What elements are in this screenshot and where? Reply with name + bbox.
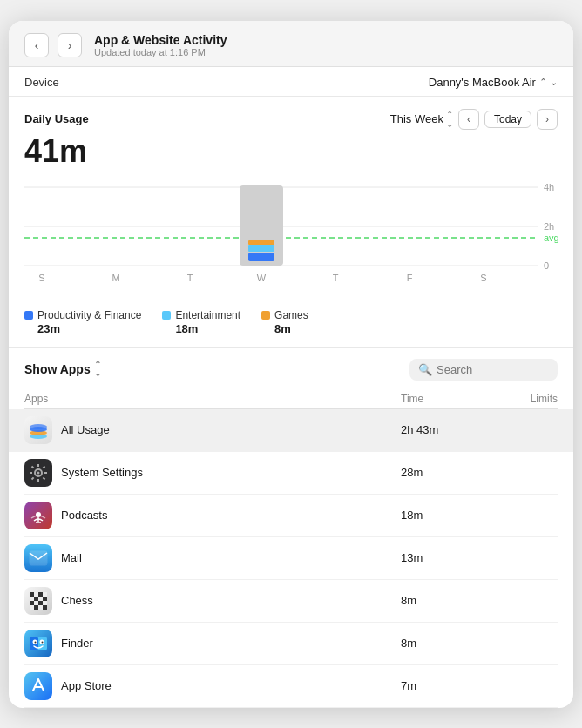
svg-point-24 xyxy=(37,471,40,474)
svg-text:S: S xyxy=(480,273,486,283)
podcasts-icon xyxy=(24,502,52,529)
svg-rect-49 xyxy=(30,605,34,610)
next-week-button[interactable]: › xyxy=(537,109,558,130)
svg-line-31 xyxy=(43,466,44,468)
svg-text:0: 0 xyxy=(544,260,549,271)
app-time-finder: 8m xyxy=(401,637,488,650)
window-subtitle: Updated today at 1:16 PM xyxy=(94,47,227,57)
week-selector[interactable]: This Week ⌃⌄ xyxy=(390,110,453,129)
col-time: Time xyxy=(401,393,488,405)
svg-rect-50 xyxy=(34,605,38,610)
show-apps-label: Show Apps xyxy=(24,362,91,376)
entertainment-legend-time: 18m xyxy=(162,322,240,335)
svg-rect-9 xyxy=(248,253,274,261)
search-box[interactable]: 🔍 xyxy=(409,359,558,381)
app-cell-system-settings: System Settings xyxy=(24,459,401,487)
svg-rect-38 xyxy=(34,592,38,597)
search-icon: 🔍 xyxy=(418,363,432,376)
app-cell-app-store: App Store xyxy=(24,672,401,700)
svg-text:T: T xyxy=(187,273,193,283)
prev-week-button[interactable]: ‹ xyxy=(458,109,479,130)
svg-line-29 xyxy=(32,466,34,468)
usage-section: Daily Usage This Week ⌃⌄ ‹ Today › 41m 4… xyxy=(9,97,573,348)
svg-text:2h: 2h xyxy=(544,221,554,232)
svg-text:S: S xyxy=(38,273,44,283)
usage-header: Daily Usage This Week ⌃⌄ ‹ Today › xyxy=(24,109,558,130)
svg-rect-43 xyxy=(38,597,43,601)
today-button[interactable]: Today xyxy=(484,111,531,128)
svg-rect-36 xyxy=(30,551,47,565)
svg-point-33 xyxy=(36,512,41,517)
svg-text:W: W xyxy=(257,273,267,283)
svg-rect-52 xyxy=(43,605,47,610)
table-row[interactable]: Chess 8m xyxy=(24,580,558,623)
app-time-app-store: 7m xyxy=(401,679,488,692)
table-row[interactable]: System Settings 28m xyxy=(24,452,558,495)
svg-rect-44 xyxy=(43,597,47,601)
productivity-legend-name: Productivity & Finance xyxy=(37,309,141,321)
finder-icon xyxy=(24,630,52,657)
svg-rect-51 xyxy=(38,605,43,610)
entertainment-legend-dot xyxy=(162,311,171,320)
productivity-legend-time: 23m xyxy=(24,322,141,335)
svg-text:T: T xyxy=(333,273,339,283)
entertainment-legend-name: Entertainment xyxy=(175,309,240,321)
title-block: App & Website Activity Updated today at … xyxy=(94,33,227,57)
svg-text:avg: avg xyxy=(544,233,558,243)
show-apps-button[interactable]: Show Apps ⌃⌄ xyxy=(24,361,101,378)
app-store-icon xyxy=(24,672,52,700)
svg-text:4h: 4h xyxy=(544,182,554,192)
forward-button[interactable]: › xyxy=(58,33,82,57)
games-legend-name: Games xyxy=(274,309,308,321)
app-cell-chess: Chess xyxy=(24,587,401,615)
table-row[interactable]: All Usage 2h 43m xyxy=(9,409,573,452)
app-time-podcasts: 18m xyxy=(401,509,488,522)
app-cell-podcasts: Podcasts xyxy=(24,502,401,529)
table-row[interactable]: Mail 13m xyxy=(24,537,558,580)
col-apps: Apps xyxy=(24,393,401,405)
svg-rect-41 xyxy=(30,597,34,601)
usage-title: Daily Usage xyxy=(24,112,89,125)
back-button[interactable]: ‹ xyxy=(24,33,49,57)
chess-icon xyxy=(24,587,52,615)
apps-section: Show Apps ⌃⌄ 🔍 Apps Time Limits xyxy=(9,348,573,708)
search-input[interactable] xyxy=(436,363,549,376)
svg-rect-47 xyxy=(38,601,43,605)
svg-line-30 xyxy=(43,477,44,479)
apps-header: Show Apps ⌃⌄ 🔍 xyxy=(24,359,558,381)
app-time-all-usage: 2h 43m xyxy=(401,423,488,436)
chart-container: 4h 2h 0 avg S M T W T xyxy=(24,179,558,300)
device-name: Danny's MacBook Air xyxy=(429,76,536,89)
app-name-system-settings: System Settings xyxy=(61,466,143,479)
svg-line-32 xyxy=(32,477,34,479)
device-row: Device Danny's MacBook Air ⌃ ⌄ xyxy=(9,67,573,97)
svg-rect-39 xyxy=(38,592,43,597)
table-header: Apps Time Limits xyxy=(24,389,558,409)
svg-rect-40 xyxy=(43,592,47,597)
device-chevron-icon: ⌃ ⌄ xyxy=(539,77,558,88)
svg-rect-10 xyxy=(248,245,274,252)
app-cell-finder: Finder xyxy=(24,630,401,657)
app-name-finder: Finder xyxy=(61,637,93,650)
system-settings-icon xyxy=(24,459,52,487)
svg-rect-45 xyxy=(30,601,34,605)
svg-rect-48 xyxy=(43,601,47,605)
title-bar: ‹ › App & Website Activity Updated today… xyxy=(9,21,573,67)
table-row[interactable]: App Store 7m xyxy=(24,665,558,708)
table-row[interactable]: Podcasts 18m xyxy=(24,495,558,537)
app-name-podcasts: Podcasts xyxy=(61,509,107,522)
svg-text:F: F xyxy=(407,273,413,283)
app-name-chess: Chess xyxy=(61,594,93,607)
table-row[interactable]: Finder 8m xyxy=(24,623,558,665)
svg-rect-11 xyxy=(248,240,274,245)
usage-value: 41m xyxy=(24,133,558,170)
main-window: ‹ › App & Website Activity Updated today… xyxy=(9,21,573,708)
app-name-app-store: App Store xyxy=(61,679,112,692)
app-cell-all-usage: All Usage xyxy=(24,416,401,444)
col-limits: Limits xyxy=(488,393,558,405)
games-legend-time: 8m xyxy=(261,322,308,335)
week-chevron-icon: ⌃⌄ xyxy=(446,110,453,129)
legend-item-games: Games 8m xyxy=(261,309,308,335)
device-selector[interactable]: Danny's MacBook Air ⌃ ⌄ xyxy=(429,76,558,89)
svg-point-58 xyxy=(42,641,44,643)
